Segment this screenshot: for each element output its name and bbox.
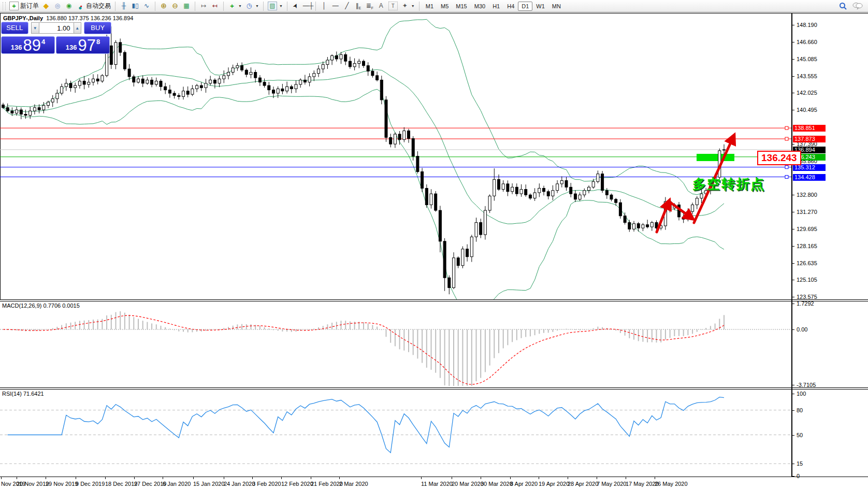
- sell-price-panel[interactable]: 136 89 4: [1, 36, 55, 54]
- candle: [448, 278, 451, 287]
- fibonacci-button[interactable]: ≣F: [364, 2, 375, 10]
- volume-decrease-button[interactable]: ▼: [31, 22, 39, 34]
- candle: [335, 56, 338, 59]
- volume-increase-button[interactable]: ▲: [74, 22, 82, 34]
- autotrading-button[interactable]: ●● 自动交易: [75, 1, 112, 11]
- candle: [245, 70, 248, 75]
- chat-icon[interactable]: [852, 2, 863, 10]
- level-price-callout[interactable]: 136.243: [757, 151, 801, 165]
- candle: [552, 191, 554, 196]
- candle: [78, 81, 81, 86]
- candle: [272, 90, 275, 93]
- candle: [83, 81, 85, 84]
- turning-point-text[interactable]: 多空转折点: [692, 175, 765, 193]
- highlight-zone-rect[interactable]: [697, 154, 734, 161]
- fibonacci-icon: ≣F: [366, 2, 374, 10]
- horizontal-line-button[interactable]: —: [330, 2, 341, 10]
- crosshair-tool-button[interactable]: —┼: [301, 2, 313, 10]
- chart-shift-icon: ↦: [199, 2, 208, 10]
- timeframe-h1[interactable]: H1: [489, 2, 503, 11]
- level-handle[interactable]: [785, 166, 788, 169]
- arrows-icon: ✦: [401, 2, 409, 10]
- trendline-button[interactable]: ╱: [341, 2, 353, 10]
- candlestick-chart-button[interactable]: ▮▯: [129, 2, 141, 10]
- date-label: 18 Dec 2019: [105, 481, 137, 487]
- level-handle[interactable]: [785, 126, 788, 129]
- candle: [51, 99, 54, 102]
- trend-arrow[interactable]: [671, 203, 692, 219]
- symbol-name: GBPJPY-,Daily: [3, 15, 43, 21]
- date-tick-mark: [17, 477, 17, 479]
- tile-windows-button[interactable]: ▦: [181, 2, 192, 10]
- periods-button[interactable]: ◷▼: [243, 2, 261, 10]
- vertical-line-button[interactable]: │: [319, 2, 330, 10]
- sell-button[interactable]: SELL: [1, 22, 28, 34]
- candle: [389, 137, 392, 144]
- candle: [232, 68, 234, 73]
- auto-scroll-button[interactable]: ↤: [209, 2, 221, 10]
- candle: [430, 194, 432, 205]
- metaeditor-button[interactable]: ◆: [40, 2, 52, 10]
- date-label: 12 Feb 2020: [281, 481, 313, 487]
- axis-tick-mark: [792, 59, 794, 60]
- date-tick-mark: [311, 477, 311, 479]
- timeframe-h4[interactable]: H4: [503, 2, 518, 11]
- new-order-button[interactable]: ＋ 新订单: [8, 1, 40, 11]
- pane-separator[interactable]: [0, 389, 868, 390]
- date-label: 24 Jan 2020: [224, 481, 255, 487]
- candle: [533, 193, 536, 198]
- timeframe-mn[interactable]: MN: [548, 2, 565, 11]
- line-chart-button[interactable]: ∿: [141, 2, 152, 10]
- crosshair-icon: —┼: [303, 2, 311, 10]
- bar-chart-button[interactable]: ╫: [118, 2, 129, 10]
- candle: [340, 54, 342, 59]
- timeframe-m30[interactable]: M30: [471, 2, 489, 11]
- templates-button[interactable]: ▧▼: [266, 1, 284, 11]
- date-label: 20 Mar 2020: [452, 481, 484, 487]
- search-icon[interactable]: [839, 2, 847, 10]
- text-label-icon: T: [388, 2, 398, 10]
- volume-input[interactable]: [39, 22, 74, 34]
- community-button[interactable]: ◎: [52, 2, 63, 10]
- axis-tick-mark: [792, 435, 794, 436]
- timeframe-m1[interactable]: M1: [422, 2, 437, 11]
- price-tick-125.105: 125.105: [797, 277, 817, 283]
- candle: [480, 223, 482, 235]
- candle: [425, 188, 428, 205]
- chart-shift-button[interactable]: ↦: [198, 2, 209, 10]
- level-handle[interactable]: [785, 137, 788, 140]
- candle: [173, 93, 176, 95]
- autotrading-label: 自动交易: [86, 2, 111, 10]
- signals-button[interactable]: ◉: [63, 2, 75, 10]
- pane-separator[interactable]: [0, 299, 868, 300]
- candle: [646, 225, 649, 227]
- timeframe-m15[interactable]: M15: [452, 2, 470, 11]
- pane-separator[interactable]: [0, 387, 868, 388]
- price-tick-142.025: 142.025: [797, 90, 817, 96]
- zoom-out-button[interactable]: ⊖: [169, 2, 181, 10]
- arrows-tool-button[interactable]: ✦▼: [399, 2, 416, 10]
- text-icon: A: [377, 2, 385, 10]
- cursor-tool-button[interactable]: ➤: [290, 2, 301, 10]
- trend-arrow[interactable]: [657, 201, 669, 232]
- chart-top-border: [0, 13, 868, 13]
- candle: [556, 184, 559, 191]
- timeframe-w1[interactable]: W1: [532, 2, 548, 11]
- candle: [498, 179, 500, 189]
- channel-button[interactable]: ∥E: [353, 2, 364, 10]
- text-tool-button[interactable]: A: [375, 2, 387, 10]
- buy-price-panel[interactable]: 136 97 8: [56, 36, 110, 54]
- timeframe-d1[interactable]: D1: [518, 2, 532, 11]
- text-label-button[interactable]: T: [387, 1, 399, 11]
- candle: [547, 192, 549, 196]
- zoom-in-button[interactable]: ⊕: [158, 2, 169, 10]
- level-handle[interactable]: [785, 176, 788, 179]
- candle: [209, 80, 212, 83]
- timeframe-m5[interactable]: M5: [437, 2, 452, 11]
- pane-separator[interactable]: [0, 301, 868, 301]
- candlestick-icon: ▮▯: [131, 2, 139, 10]
- buy-button[interactable]: BUY: [84, 22, 111, 34]
- candle: [286, 87, 288, 91]
- candle: [367, 66, 369, 71]
- indicators-button[interactable]: ＋▼: [226, 2, 243, 10]
